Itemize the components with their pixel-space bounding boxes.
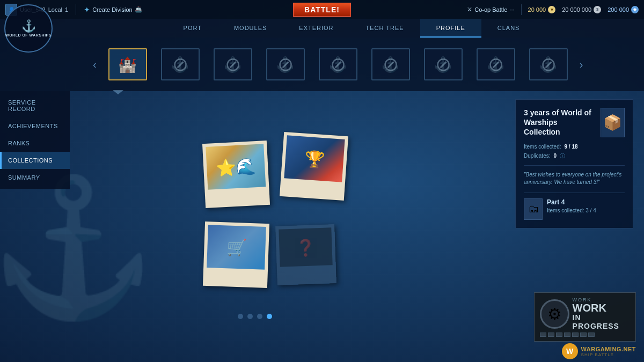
collection-icon: 📦	[601, 108, 625, 137]
logo-text: World of Warships	[5, 33, 52, 38]
ship-item-9[interactable]: ⚓	[524, 43, 573, 86]
ship-icon-8: ⚓	[477, 48, 515, 80]
ship-item-5[interactable]: ⚓	[314, 43, 362, 86]
pagination	[238, 314, 272, 319]
part-section: 🗂 Part 4 Items collected: 3 / 4	[524, 198, 625, 220]
game-logo[interactable]: ⚓ World of Warships	[4, 4, 58, 58]
duplicates-value: 0	[553, 153, 557, 159]
sidebar: Service Record Achievements Ranks Collec…	[0, 91, 70, 189]
wip-title: WORK	[573, 302, 630, 313]
ship-carousel: ‹ 🏰 ⚓ ⚓ ⚓ ⚓ ⚓ ⚓ ⚓	[0, 38, 644, 91]
sidebar-item-achievements[interactable]: Achievements	[0, 117, 70, 135]
nav-tech-tree[interactable]: TECH TREE	[350, 19, 420, 38]
carousel-next-arrow[interactable]: ›	[577, 56, 586, 73]
divider	[524, 165, 625, 166]
collection-grid: ⭐🌊 🏆 🛒 ❓	[80, 99, 429, 330]
pagination-dot-4[interactable]	[267, 314, 272, 319]
ship-item-4[interactable]: ⚓	[261, 43, 310, 86]
premium-icon: ◆	[631, 6, 639, 13]
silver-value: 20 000 000	[562, 6, 591, 13]
ship-icon-9: ⚓	[529, 48, 568, 80]
ship-item-8[interactable]: ⚓	[472, 43, 520, 86]
info-icon: ⓘ	[560, 152, 565, 160]
player-count: 1	[65, 6, 68, 13]
collection-item-4[interactable]: ❓	[275, 224, 336, 285]
gold-currency: 20 000 ★	[528, 6, 556, 13]
sidebar-item-summary[interactable]: Summary	[0, 169, 70, 186]
collection-quote: "Best wishes to everyone on the project'…	[524, 171, 625, 186]
ship-icon-7: ⚓	[424, 48, 463, 80]
items-collected-row: Items collected: 9 / 18	[524, 144, 625, 150]
ship-icon-6: ⚓	[371, 48, 410, 80]
ship-icon-5: ⚓	[319, 48, 357, 80]
pagination-dot-2[interactable]	[247, 314, 253, 319]
pagination-dot-3[interactable]	[257, 314, 262, 319]
wip-gear-icon: ⚙	[540, 299, 569, 329]
wip-badge: ⚙ WORK WORK IN PROGRESS	[534, 292, 636, 346]
collection-item-2-image: 🏆	[284, 135, 345, 182]
wg-subtext: SHIP BATTLE	[581, 352, 636, 357]
nav-exterior[interactable]: EXTERIOR	[283, 19, 349, 38]
ship-icon-3: ⚓	[214, 48, 252, 80]
ship-icon-2: ⚓	[161, 48, 200, 80]
collection-item-3-icon: 🛒	[226, 238, 246, 257]
collection-item-3-image: 🛒	[207, 225, 266, 270]
duplicates-row: Duplicates: 0 ⓘ	[524, 152, 625, 160]
gold-icon: ★	[548, 6, 555, 13]
nav-bar: PORT MODULES EXTERIOR TECH TREE PROFILE …	[0, 19, 644, 38]
collection-item-2-icon: 🏆	[304, 149, 325, 168]
ship-item-3[interactable]: ⚓	[209, 43, 257, 86]
collection-item-1-icon: ⭐🌊	[215, 157, 256, 178]
part-icon: 🗂	[524, 198, 543, 220]
premium-currency: 200 000 ◆	[608, 6, 639, 13]
sidebar-item-ranks[interactable]: Ranks	[0, 135, 70, 152]
collection-item-4-icon: ❓	[295, 238, 316, 257]
coop-label: Co-op Battle	[474, 6, 507, 13]
collection-item-2[interactable]: 🏆	[280, 132, 348, 201]
ship-item-7[interactable]: ⚓	[419, 43, 467, 86]
ship-icon-4: ⚓	[266, 48, 305, 80]
coop-battle-button[interactable]: ⚔ Co-op Battle ···	[467, 6, 514, 13]
create-division-button[interactable]: ✦ Create Division 🚢	[84, 5, 142, 14]
ship-item-1[interactable]: 🏰	[104, 43, 152, 86]
top-bar: 👤 User_542 Local 1 ✦ Create Division 🚢 B…	[0, 0, 644, 19]
create-division-label: Create Division	[92, 6, 133, 13]
pagination-dot-1[interactable]	[238, 314, 243, 319]
nav-profile[interactable]: PROFILE	[420, 19, 481, 38]
collection-item-1[interactable]: ⭐🌊	[202, 141, 270, 208]
items-collected-label: Items collected:	[524, 144, 561, 150]
premium-value: 200 000	[608, 6, 629, 13]
part-info: Part 4 Items collected: 3 / 4	[547, 198, 625, 213]
wargaming-logo: W WARGAMING.NET SHIP BATTLE	[562, 343, 636, 359]
battle-button[interactable]: BATTLE!	[293, 3, 351, 17]
ship-item-2[interactable]: ⚓	[156, 43, 204, 86]
division-ship-icon: 🚢	[135, 6, 142, 13]
part-stat: Items collected: 3 / 4	[547, 208, 625, 213]
collection-info-panel: 📦 3 years of World of Warships Collectio…	[515, 99, 633, 228]
divider-2	[524, 193, 625, 193]
wg-name: WARGAMING.NET	[581, 346, 636, 352]
carousel-prev-arrow[interactable]: ‹	[90, 56, 99, 73]
coop-icon: ⚔	[467, 6, 472, 13]
coop-more-icon: ···	[509, 6, 514, 13]
duplicates-label: Duplicates:	[524, 153, 550, 159]
logo-anchor-icon: ⚓	[21, 19, 36, 33]
sidebar-item-collections[interactable]: Collections	[0, 152, 70, 169]
collection-item-4-image: ❓	[279, 227, 332, 267]
ship-item-6[interactable]: ⚓	[367, 43, 415, 86]
part-title: Part 4	[547, 198, 625, 206]
wip-subtitle: IN PROGRESS	[573, 313, 630, 330]
plus-icon: ✦	[84, 5, 90, 14]
nav-modules[interactable]: MODULES	[218, 19, 283, 38]
silver-icon: $	[594, 6, 601, 13]
silver-currency: 20 000 000 $	[562, 6, 601, 13]
nav-clans[interactable]: CLANS	[481, 19, 536, 38]
sidebar-item-service-record[interactable]: Service Record	[0, 94, 70, 117]
collection-item-3[interactable]: 🛒	[203, 221, 269, 288]
items-collected-value: 9 / 18	[564, 144, 577, 150]
gold-value: 20 000	[528, 6, 546, 13]
nav-port[interactable]: PORT	[167, 19, 218, 38]
carousel-indicator-arrow	[113, 90, 123, 94]
collection-item-1-image: ⭐🌊	[206, 144, 266, 190]
wg-logo-circle: W	[562, 343, 578, 359]
